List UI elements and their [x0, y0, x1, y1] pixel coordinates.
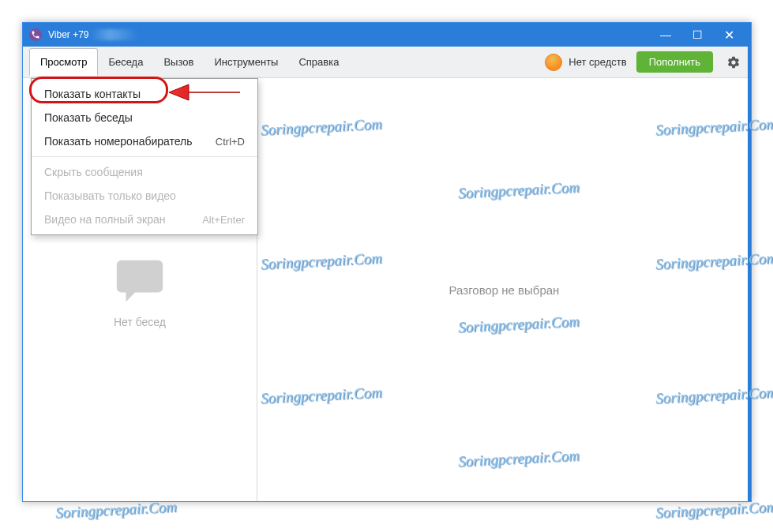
dd-shortcut: Ctrl+D — [216, 136, 245, 148]
dd-label: Скрыть сообщения — [44, 166, 143, 178]
balance-area: Нет средств — [545, 54, 626, 71]
dd-show-dialer[interactable]: Показать номеронабиратель Ctrl+D — [32, 129, 257, 153]
dd-label: Показать контакты — [44, 88, 141, 100]
menu-help[interactable]: Справка — [288, 49, 349, 75]
gear-icon — [726, 55, 741, 69]
settings-button[interactable] — [722, 51, 745, 73]
dd-hide-messages: Скрыть сообщения — [32, 160, 257, 184]
view-dropdown: Показать контакты Показать беседы Показа… — [31, 78, 258, 235]
minimize-button[interactable]: — — [650, 23, 681, 47]
viber-icon — [29, 28, 42, 41]
dd-label: Показать беседы — [44, 111, 133, 124]
window-title: Viber +79 — [48, 29, 89, 40]
menu-call[interactable]: Вызов — [153, 49, 204, 75]
app-window: Viber +79 — ☐ ✕ Просмотр Беседа Вызов Ин… — [22, 22, 752, 502]
dd-fullscreen-video: Видео на полный экран Alt+Enter — [32, 208, 257, 231]
viber-out-icon — [545, 54, 562, 71]
window-controls: — ☐ ✕ — [650, 23, 745, 47]
dd-shortcut: Alt+Enter — [202, 214, 245, 226]
main-panel: Разговор не выбран — [257, 78, 751, 501]
dd-label: Видео на полный экран — [44, 213, 166, 226]
dd-separator — [32, 156, 257, 157]
maximize-button[interactable]: ☐ — [681, 23, 713, 47]
topup-button[interactable]: Пополнить — [636, 51, 713, 73]
menu-view[interactable]: Просмотр — [29, 48, 98, 76]
menu-bar: Просмотр Беседа Вызов Инструменты Справк… — [23, 47, 751, 78]
menu-tools[interactable]: Инструменты — [204, 49, 288, 75]
title-bar: Viber +79 — ☐ ✕ — [23, 23, 751, 47]
close-button[interactable]: ✕ — [713, 23, 745, 47]
dd-show-chats[interactable]: Показать беседы — [32, 106, 257, 129]
dd-video-only: Показывать только видео — [32, 184, 257, 208]
menu-chat[interactable]: Беседа — [98, 49, 153, 75]
no-conversation-text: Разговор не выбран — [449, 283, 560, 297]
no-chats-icon — [112, 251, 167, 306]
title-obscured — [91, 29, 138, 40]
right-border — [748, 47, 751, 501]
dd-label: Показывать только видео — [44, 189, 176, 202]
dd-show-contacts[interactable]: Показать контакты — [32, 82, 257, 106]
balance-text: Нет средств — [568, 56, 626, 68]
no-chats-text: Нет бесед — [114, 316, 166, 328]
dd-label: Показать номеронабиратель — [44, 135, 193, 148]
